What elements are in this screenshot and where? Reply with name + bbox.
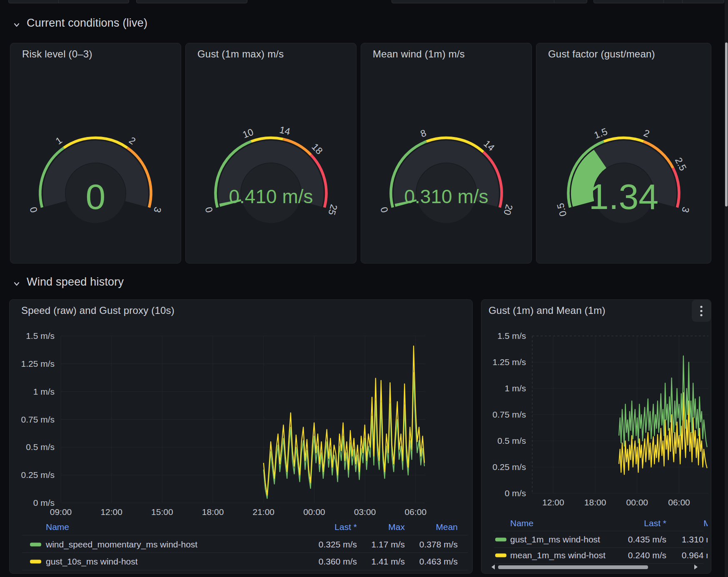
legend-value-mean: 0.378 m/s — [366, 540, 458, 550]
legend-divider — [22, 535, 468, 535]
page-scrollbar-thumb[interactable] — [725, 42, 728, 206]
y-axis-label: 1.5 m/s — [13, 331, 55, 341]
legend-divider — [22, 570, 468, 570]
legend-value-max: 1.310 m/s — [628, 535, 708, 545]
x-axis-label: 12:00 — [534, 497, 572, 507]
legend-series-name[interactable]: gust_10s_ms wind-host — [46, 557, 138, 567]
x-axis-label: 03:00 — [346, 507, 384, 517]
gauge-tick-label: 0.5 — [555, 202, 568, 218]
section-header-current-conditions[interactable]: Current conditions (live) — [12, 17, 147, 30]
legend-value-mean: 0.463 m/s — [366, 557, 458, 567]
legend-table: NameLast *MaxMeanwind_speed_momentary_ms… — [10, 518, 472, 574]
legend-series-swatch — [30, 560, 41, 564]
legend-scrollbar-thumb[interactable] — [498, 565, 648, 569]
gauge-value: 0 — [86, 177, 106, 216]
y-axis-label: 0.75 m/s — [13, 415, 55, 425]
page-scrollbar-track[interactable] — [725, 0, 728, 577]
legend-table: NameLast *Maxgust_1m_ms wind-host0.435 m… — [481, 518, 708, 572]
chevron-down-icon — [12, 278, 21, 286]
gauge-tick-label: 10 — [241, 126, 255, 140]
x-axis-label: 06:00 — [661, 497, 698, 507]
gauge-tick-label: 3 — [152, 206, 163, 214]
gauge-tick-label: 25 — [326, 203, 339, 216]
y-axis-label: 0.5 m/s — [484, 436, 526, 446]
y-axis-label: 0.75 m/s — [484, 410, 526, 420]
gauge-value: 0.310 m/s — [404, 186, 489, 207]
legend-value-max: 0.964 m/s — [628, 550, 708, 560]
gauge-tick-label: 20 — [501, 203, 515, 216]
scroll-right-icon[interactable] — [694, 565, 698, 570]
x-axis-label: 00:00 — [618, 497, 656, 507]
gauge-tick-label: 1 — [54, 135, 64, 147]
gauge: 01230 — [10, 43, 181, 263]
y-axis-label: 0 m/s — [13, 498, 55, 508]
y-axis-label: 0.25 m/s — [13, 470, 55, 480]
scroll-left-icon[interactable] — [491, 565, 495, 570]
panel-speed-raw-gust-proxy: Speed (raw) and Gust proxy (10s) 1.5 m/s… — [9, 299, 473, 574]
x-axis-label: 18:00 — [576, 497, 614, 507]
panel-mean-wind: Mean wind (1m) m/s 0814200.310 m/s — [361, 43, 532, 264]
y-axis-label: 1.25 m/s — [13, 359, 55, 369]
panel-gust-1m-max: Gust (1m max) m/s 0101418250.410 m/s — [185, 43, 357, 264]
gauge-value: 1.34 — [589, 177, 658, 216]
legend-header-name[interactable]: Name — [510, 518, 534, 528]
y-axis-label: 0.5 m/s — [13, 442, 55, 452]
gauge: 0814200.310 m/s — [361, 43, 531, 263]
toolbar-fragment-divider — [58, 0, 59, 3]
panel-gust-and-mean: Gust (1m) and Mean (1m) 1.5 m/s1.25 m/s1… — [481, 299, 711, 574]
panel-risk-level: Risk level (0–3) 01230 — [10, 43, 181, 264]
legend-series-swatch — [495, 538, 506, 542]
legend-header-max[interactable]: Max — [628, 518, 708, 528]
toolbar-fragment[interactable] — [136, 0, 247, 3]
gauge: 0.51.522.531.34 — [536, 43, 711, 263]
gauge-tick-label: 0 — [27, 206, 39, 214]
legend-series-swatch — [495, 554, 506, 557]
legend-divider — [494, 531, 703, 531]
x-axis-label: 21:00 — [245, 507, 282, 517]
toolbar-fragment-divider — [682, 0, 683, 3]
y-axis-label: 1 m/s — [13, 387, 55, 397]
x-axis-label: 15:00 — [143, 507, 181, 517]
y-axis-label: 0 m/s — [484, 488, 526, 498]
x-axis-label: 18:00 — [194, 507, 232, 517]
gauge-tick-label: 0 — [203, 206, 214, 214]
gauge: 0101418250.410 m/s — [186, 43, 356, 263]
gauge-tick-label: 2 — [127, 135, 137, 147]
section-header-wind-speed-history[interactable]: Wind speed history — [12, 276, 124, 288]
y-axis-label: 1.25 m/s — [484, 357, 526, 367]
section-title: Current conditions (live) — [27, 17, 147, 30]
gauge-value: 0.410 m/s — [229, 186, 313, 207]
x-axis-label: 06:00 — [397, 507, 434, 517]
legend-series-swatch — [30, 543, 41, 547]
panel-gust-factor: Gust factor (gust/mean) 0.51.522.531.34 — [536, 43, 711, 264]
toolbar-fragment[interactable] — [593, 0, 724, 3]
legend-header-mean[interactable]: Mean — [366, 522, 458, 532]
toolbar-fragment-divider — [554, 0, 554, 3]
chevron-down-icon — [12, 19, 21, 27]
y-axis-label: 1.5 m/s — [484, 331, 526, 341]
section-title: Wind speed history — [27, 276, 124, 288]
gauge-tick-label: 2 — [642, 127, 651, 139]
legend-divider — [494, 547, 703, 548]
gauge-tick-label: 1.5 — [593, 126, 609, 141]
legend-divider — [494, 563, 703, 564]
grafana-dashboard: Current conditions (live) Risk level (0–… — [0, 0, 728, 577]
gauge-tick-label: 3 — [680, 206, 691, 214]
toolbar-fragment[interactable] — [8, 0, 129, 3]
x-axis-label: 00:00 — [295, 507, 333, 517]
x-axis-label: 09:00 — [42, 507, 80, 517]
legend-series-name[interactable]: wind_speed_momentary_ms wind-host — [46, 540, 197, 550]
legend-divider — [22, 552, 468, 553]
legend-header-name[interactable]: Name — [46, 522, 69, 532]
gauge-tick-label: 14 — [279, 124, 292, 137]
y-axis-label: 0.25 m/s — [484, 462, 526, 472]
gauge-tick-label: 0 — [378, 206, 390, 214]
y-axis-label: 1 m/s — [484, 383, 526, 393]
x-axis-label: 12:00 — [93, 507, 130, 517]
toolbar-fragment-divider — [663, 0, 664, 3]
gauge-tick-label: 8 — [419, 127, 428, 139]
toolbar-fragment[interactable] — [391, 0, 587, 3]
